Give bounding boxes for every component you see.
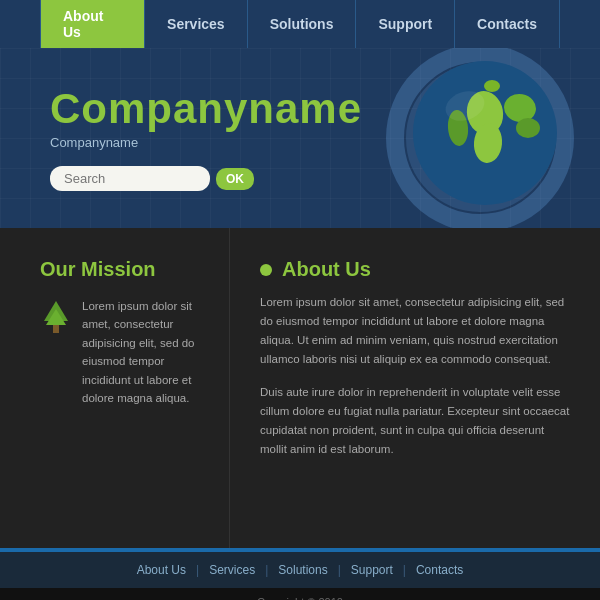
footer-sep-1: | xyxy=(196,563,199,577)
svg-point-7 xyxy=(516,118,540,138)
footer-nav-about[interactable]: About Us xyxy=(137,563,186,577)
footer-sep-3: | xyxy=(338,563,341,577)
company-green: name xyxy=(248,85,362,132)
search-ok-button[interactable]: OK xyxy=(216,168,254,190)
footer-sep-2: | xyxy=(265,563,268,577)
company-white: Company xyxy=(50,85,248,132)
footer-nav-support[interactable]: Support xyxy=(351,563,393,577)
tree-icon xyxy=(40,299,72,339)
footer-nav-solutions[interactable]: Solutions xyxy=(278,563,327,577)
about-title: About Us xyxy=(282,258,371,281)
footer-nav-services[interactable]: Services xyxy=(209,563,255,577)
nav-about-us[interactable]: About Us xyxy=(40,0,145,48)
nav-support[interactable]: Support xyxy=(356,0,455,48)
search-input[interactable] xyxy=(50,166,210,191)
mission-title: Our Mission xyxy=(40,258,209,281)
nav-solutions[interactable]: Solutions xyxy=(248,0,357,48)
mission-text: Lorem ipsum dolor sit amet, consectetur … xyxy=(82,297,209,407)
about-panel: About Us Lorem ipsum dolor sit amet, con… xyxy=(230,228,600,548)
footer-copyright: Copyright © 2010 xyxy=(0,588,600,600)
footer-navigation: About Us | Services | Solutions | Suppor… xyxy=(0,552,600,588)
globe-graphic xyxy=(380,48,580,228)
mission-panel: Our Mission Lorem ipsum dolor sit amet, … xyxy=(0,228,230,548)
footer-sep-4: | xyxy=(403,563,406,577)
nav-services[interactable]: Services xyxy=(145,0,248,48)
svg-rect-12 xyxy=(53,325,59,333)
footer-nav-contacts[interactable]: Contacts xyxy=(416,563,463,577)
svg-point-8 xyxy=(484,80,500,92)
about-title-row: About Us xyxy=(260,258,570,281)
about-para1: Lorem ipsum dolor sit amet, consectetur … xyxy=(260,293,570,369)
copyright-text: Copyright © 2010 xyxy=(257,596,343,600)
hero-section: Companyname Companyname OK xyxy=(0,48,600,228)
about-dot-icon xyxy=(260,264,272,276)
navigation: About Us Services Solutions Support Cont… xyxy=(0,0,600,48)
about-para2: Duis aute irure dolor in reprehenderit i… xyxy=(260,383,570,459)
content-area: Our Mission Lorem ipsum dolor sit amet, … xyxy=(0,228,600,548)
nav-contacts[interactable]: Contacts xyxy=(455,0,560,48)
